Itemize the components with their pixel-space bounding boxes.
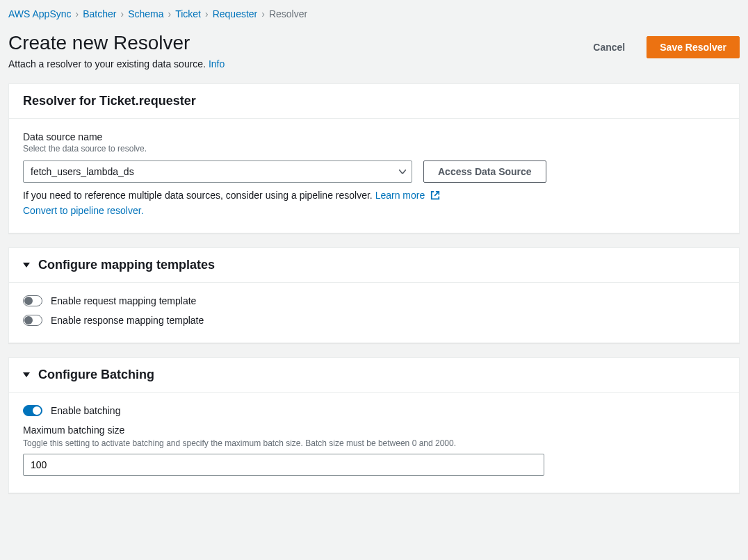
disclose-triangle-icon xyxy=(23,263,30,267)
breadcrumb-item[interactable]: Requester xyxy=(213,8,258,19)
breadcrumb-item[interactable]: AWS AppSync xyxy=(8,8,72,19)
mapping-templates-header[interactable]: Configure mapping templates xyxy=(9,248,739,283)
request-mapping-label: Enable request mapping template xyxy=(51,295,196,306)
page-title: Create new Resolver xyxy=(8,32,225,54)
breadcrumb-item[interactable]: Batcher xyxy=(83,8,116,19)
header-actions: Cancel Save Resolver xyxy=(580,36,740,58)
batching-header[interactable]: Configure Batching xyxy=(9,358,739,393)
cancel-button[interactable]: Cancel xyxy=(580,36,638,58)
page-subtitle: Attach a resolver to your existing data … xyxy=(8,58,225,69)
request-mapping-toggle[interactable] xyxy=(23,295,42,306)
resolver-panel-title: Resolver for Ticket.requester xyxy=(9,84,739,119)
access-data-source-button[interactable]: Access Data Source xyxy=(423,160,546,183)
disclose-triangle-icon xyxy=(23,372,30,377)
save-resolver-button[interactable]: Save Resolver xyxy=(647,36,740,58)
chevron-right-icon: › xyxy=(120,8,124,19)
data-source-hint: Select the data source to resolve. xyxy=(23,144,725,154)
mapping-templates-title: Configure mapping templates xyxy=(38,258,215,272)
caret-down-icon xyxy=(399,170,406,174)
info-link[interactable]: Info xyxy=(209,58,225,69)
pipeline-help-text: If you need to reference multiple data s… xyxy=(23,190,725,202)
response-mapping-toggle[interactable] xyxy=(23,315,42,326)
subtitle-text: Attach a resolver to your existing data … xyxy=(8,58,206,69)
breadcrumb-item[interactable]: Schema xyxy=(128,8,163,19)
batch-size-input[interactable] xyxy=(23,454,544,476)
convert-pipeline-link[interactable]: Convert to pipeline resolver. xyxy=(23,205,725,216)
chevron-right-icon: › xyxy=(168,8,171,19)
enable-batching-label: Enable batching xyxy=(51,405,120,416)
external-link-icon xyxy=(430,190,440,202)
data-source-label: Data source name xyxy=(23,131,725,142)
mapping-templates-panel: Configure mapping templates Enable reque… xyxy=(8,247,740,343)
batch-size-label: Maximum batching size xyxy=(23,425,725,436)
enable-batching-toggle[interactable] xyxy=(23,405,42,416)
help-prefix: If you need to reference multiple data s… xyxy=(23,190,375,201)
learn-more-link[interactable]: Learn more xyxy=(375,190,425,201)
chevron-right-icon: › xyxy=(261,8,265,19)
data-source-select[interactable]: fetch_users_lambda_ds xyxy=(23,160,412,183)
chevron-right-icon: › xyxy=(205,8,209,19)
resolver-panel: Resolver for Ticket.requester Data sourc… xyxy=(8,83,740,233)
batching-title: Configure Batching xyxy=(38,368,154,382)
data-source-selected-value: fetch_users_lambda_ds xyxy=(31,166,134,177)
batch-size-hint: Toggle this setting to activate batching… xyxy=(23,438,725,448)
chevron-right-icon: › xyxy=(76,8,79,19)
breadcrumb: AWS AppSync › Batcher › Schema › Ticket … xyxy=(8,8,740,19)
batching-panel: Configure Batching Enable batching Maxim… xyxy=(8,357,740,493)
response-mapping-label: Enable response mapping template xyxy=(51,315,204,326)
breadcrumb-current: Resolver xyxy=(269,8,307,19)
page-header: Create new Resolver Attach a resolver to… xyxy=(8,32,740,69)
breadcrumb-item[interactable]: Ticket xyxy=(175,8,201,19)
